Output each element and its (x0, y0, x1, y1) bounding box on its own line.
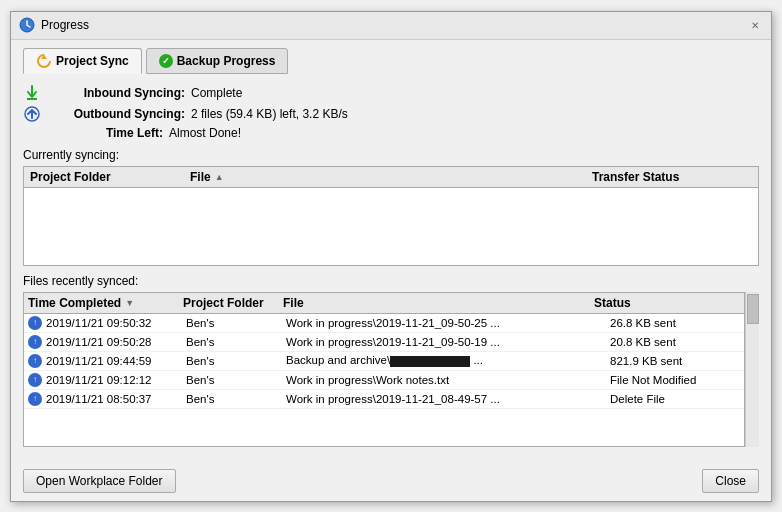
tabs-container: Project Sync ✓ Backup Progress (23, 48, 759, 74)
recent-header: Time Completed ▼ Project Folder File Sta… (24, 293, 744, 314)
scroll-spacer (724, 296, 740, 310)
upload-icon: ↑ (28, 354, 42, 368)
currently-syncing-label: Currently syncing: (23, 148, 759, 162)
dialog-title: Progress (41, 18, 89, 32)
redacted-content (390, 356, 470, 367)
tab-project-sync-label: Project Sync (56, 54, 129, 68)
upload-icon: ↑ (28, 335, 42, 349)
inbound-row: Inbound Syncing: Complete (23, 84, 759, 102)
inbound-icon (23, 84, 41, 102)
sync-col-status: Transfer Status (592, 170, 752, 184)
cell-file: Work in progress\Work notes.txt (286, 374, 610, 386)
scrollbar-track[interactable] (745, 292, 759, 447)
cell-file: Backup and archive\ ... (286, 354, 610, 366)
cell-time: 2019/11/21 09:50:28 (46, 336, 186, 348)
table-row: ↑2019/11/21 08:50:37Ben'sWork in progres… (24, 390, 744, 409)
cell-status: 26.8 KB sent (610, 317, 740, 329)
table-row: ↑2019/11/21 09:12:12Ben'sWork in progres… (24, 371, 744, 390)
recently-synced-table: Time Completed ▼ Project Folder File Sta… (23, 292, 759, 455)
cell-project: Ben's (186, 336, 286, 348)
outbound-value: 2 files (59.4 KB) left, 3.2 KB/s (191, 107, 348, 121)
sort-arrow-icon: ▲ (215, 172, 224, 182)
cell-status: Delete File (610, 393, 740, 405)
recent-col-status: Status (594, 296, 724, 310)
recent-rows[interactable]: ↑2019/11/21 09:50:32Ben'sWork in progres… (24, 314, 744, 444)
sync-icon (36, 53, 52, 69)
upload-icon: ↑ (28, 373, 42, 387)
time-left-label: Time Left: (23, 126, 163, 140)
progress-dialog: Progress ✕ Project Sync ✓ Backup Progres… (10, 11, 772, 502)
close-button[interactable]: Close (702, 469, 759, 493)
cell-status: 821.9 KB sent (610, 355, 740, 367)
cell-time: 2019/11/21 09:12:12 (46, 374, 186, 386)
cell-project: Ben's (186, 317, 286, 329)
open-folder-button[interactable]: Open Workplace Folder (23, 469, 176, 493)
info-section: Inbound Syncing: Complete Outbound Synci… (23, 84, 759, 140)
tab-backup-progress[interactable]: ✓ Backup Progress (146, 48, 289, 74)
sync-col-project: Project Folder (30, 170, 190, 184)
cell-project: Ben's (186, 355, 286, 367)
time-left-value: Almost Done! (169, 126, 241, 140)
table-row: ↑2019/11/21 09:50:32Ben'sWork in progres… (24, 314, 744, 333)
sort-down-arrow-icon: ▼ (125, 298, 134, 308)
dialog-content: Project Sync ✓ Backup Progress Inbound S… (11, 40, 771, 463)
close-title-btn[interactable]: ✕ (747, 17, 763, 33)
cell-time: 2019/11/21 09:44:59 (46, 355, 186, 367)
title-bar-left: Progress (19, 17, 89, 33)
outbound-icon (23, 105, 41, 123)
cell-file: Work in progress\2019-11-21_08-49-57 ... (286, 393, 610, 405)
cell-project: Ben's (186, 374, 286, 386)
cell-time: 2019/11/21 09:50:32 (46, 317, 186, 329)
dialog-footer: Open Workplace Folder Close (11, 463, 771, 501)
recent-col-time: Time Completed ▼ (28, 296, 183, 310)
sync-col-file: File ▲ (190, 170, 592, 184)
cell-file: Work in progress\2019-11-21_09-50-19 ... (286, 336, 610, 348)
outbound-row: Outbound Syncing: 2 files (59.4 KB) left… (23, 105, 759, 123)
title-bar: Progress ✕ (11, 12, 771, 40)
cell-time: 2019/11/21 08:50:37 (46, 393, 186, 405)
cell-status: 20.8 KB sent (610, 336, 740, 348)
inbound-value: Complete (191, 86, 242, 100)
outbound-label: Outbound Syncing: (45, 107, 185, 121)
cell-status: File Not Modified (610, 374, 740, 386)
sync-table-header: Project Folder File ▲ Transfer Status (24, 167, 758, 188)
recent-col-file: File (283, 296, 594, 310)
upload-icon: ↑ (28, 392, 42, 406)
progress-icon (19, 17, 35, 33)
cell-file: Work in progress\2019-11-21_09-50-25 ... (286, 317, 610, 329)
sync-table: Project Folder File ▲ Transfer Status (23, 166, 759, 266)
time-left-row: Time Left: Almost Done! (23, 126, 759, 140)
cell-project: Ben's (186, 393, 286, 405)
backup-check-icon: ✓ (159, 54, 173, 68)
inbound-label: Inbound Syncing: (45, 86, 185, 100)
tab-project-sync[interactable]: Project Sync (23, 48, 142, 74)
recently-synced-inner: Time Completed ▼ Project Folder File Sta… (23, 292, 745, 447)
tab-backup-progress-label: Backup Progress (177, 54, 276, 68)
recent-col-project: Project Folder (183, 296, 283, 310)
table-row: ↑2019/11/21 09:50:28Ben'sWork in progres… (24, 333, 744, 352)
recently-synced-label: Files recently synced: (23, 274, 759, 288)
upload-icon: ↑ (28, 316, 42, 330)
scrollbar-thumb[interactable] (747, 294, 759, 324)
table-row: ↑2019/11/21 09:44:59Ben'sBackup and arch… (24, 352, 744, 371)
